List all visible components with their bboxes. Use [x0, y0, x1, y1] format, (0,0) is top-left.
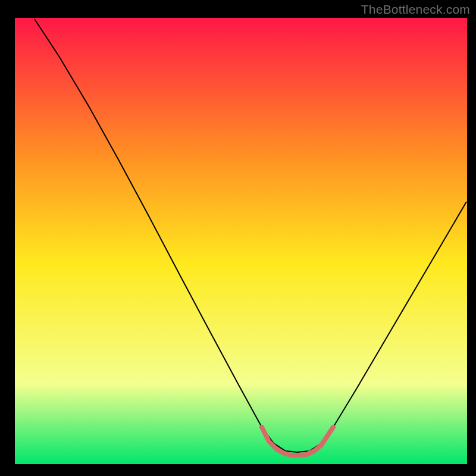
- watermark-text: TheBottleneck.com: [361, 2, 470, 17]
- chart-svg: [0, 0, 476, 476]
- chart-container: TheBottleneck.com: [0, 0, 476, 476]
- plot-area: [15, 18, 467, 464]
